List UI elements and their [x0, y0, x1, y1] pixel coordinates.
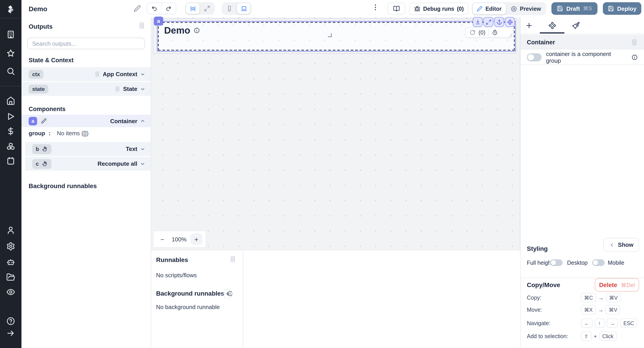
zoom-out-button[interactable]: − — [157, 234, 168, 245]
app-canvas[interactable]: a (0) Demo − 100% + — [151, 18, 520, 250]
schedules-calendar-icon[interactable] — [6, 156, 15, 165]
windmill-logo-icon[interactable] — [6, 5, 16, 14]
move-button[interactable] — [505, 17, 515, 27]
tab-insert-plus-icon[interactable] — [525, 22, 533, 30]
output-row-state[interactable]: state State — [22, 82, 151, 96]
windmill-app-editor: Demo ⋮ — [0, 0, 644, 348]
chevron-up-icon[interactable] — [140, 118, 145, 124]
ctx-badge: ctx — [28, 70, 44, 79]
zoom-in-button[interactable]: + — [190, 233, 202, 245]
tab-styling-brush-icon[interactable] — [572, 22, 580, 30]
kbd-cmd-v: ⌘V — [606, 293, 621, 302]
home-icon[interactable] — [6, 96, 15, 105]
account-user-icon[interactable] — [6, 226, 15, 235]
expand-button[interactable] — [484, 17, 493, 27]
kbd-arrow-right: → — [607, 318, 618, 328]
delete-button[interactable]: Delete ⌘Del — [595, 278, 639, 292]
chevron-down-icon[interactable] — [140, 86, 145, 92]
collapse-arrow-icon[interactable] — [6, 329, 15, 338]
help-icon[interactable] — [6, 317, 15, 326]
resources-boxes-icon[interactable] — [6, 142, 15, 151]
no-scripts-text: No scripts/flows — [156, 272, 197, 279]
favorites-star-icon[interactable] — [6, 49, 15, 58]
state-context-heading: State & Context — [28, 57, 74, 64]
anchor-button[interactable] — [494, 17, 504, 27]
copy-move-heading: Copy/Move — [527, 281, 560, 288]
desktop-toggle[interactable] — [592, 259, 605, 266]
fullscreen-layout-button[interactable] — [200, 3, 214, 14]
cell-resize-handle[interactable] — [328, 33, 332, 37]
undo-button[interactable] — [147, 3, 162, 14]
info-icon[interactable] — [632, 54, 638, 60]
component-row-text[interactable]: b Text — [25, 142, 151, 156]
debug-runs-label: Debug runs — [423, 6, 454, 12]
container-component[interactable]: Demo — [158, 22, 515, 51]
shortcut-row-navigate: Navigate: ← ↑ → ESC — [520, 318, 644, 328]
tab-editor[interactable]: Editor — [473, 3, 506, 14]
preview-eye-icon — [511, 6, 517, 12]
group-toggle-switch[interactable] — [527, 53, 542, 61]
component-type-label: Container — [527, 39, 555, 46]
doc-icon — [94, 71, 100, 77]
component-type-bar: Container — [520, 35, 644, 50]
chevron-down-icon[interactable] — [140, 146, 145, 152]
runnables-doc-icon[interactable] — [230, 256, 236, 262]
deploy-button[interactable]: Deploy — [603, 2, 641, 15]
rename-pencil-icon[interactable] — [134, 5, 141, 12]
audit-eye-icon[interactable] — [6, 287, 15, 296]
tab-preview[interactable]: Preview — [507, 3, 545, 14]
no-background-text: No background runnable — [156, 304, 220, 310]
workers-robot-icon[interactable] — [6, 258, 15, 266]
outputs-doc-icon[interactable] — [138, 22, 145, 29]
rail-divider — [0, 18, 22, 18]
redo-button[interactable] — [162, 3, 176, 14]
history-clock-icon[interactable] — [492, 30, 498, 35]
kbd-cmd-x: ⌘X — [581, 305, 596, 314]
debug-runs-count: (0) — [457, 6, 464, 12]
styling-show-button[interactable]: Show — [603, 238, 639, 252]
output-row-ctx[interactable]: ctx App Context — [22, 67, 151, 81]
billing-dollar-icon[interactable] — [6, 127, 15, 136]
styling-heading: Styling — [527, 245, 548, 252]
chevron-down-icon[interactable] — [140, 71, 145, 77]
docs-book-button[interactable] — [387, 3, 405, 15]
search-icon[interactable] — [6, 67, 15, 76]
folders-icon[interactable] — [6, 273, 15, 282]
group-property-row: group : No items ([]) — [28, 130, 88, 137]
shortcut-row-move: Move: ⌘X → ⌘V — [520, 305, 644, 315]
chevron-down-icon[interactable] — [140, 161, 145, 166]
centered-layout-button[interactable] — [186, 3, 200, 14]
add-background-runnable-button[interactable] — [223, 289, 232, 299]
runs-play-icon[interactable] — [6, 112, 15, 121]
mobile-view-button[interactable] — [223, 3, 236, 14]
more-menu-button[interactable]: ⋮ — [372, 3, 379, 11]
delete-shortcut: ⌘Del — [621, 281, 635, 288]
edit-id-pencil-icon[interactable] — [39, 116, 48, 125]
component-doc-icon[interactable] — [631, 39, 638, 46]
resize-corner[interactable] — [509, 34, 512, 36]
group-key: group — [28, 130, 45, 137]
info-icon[interactable] — [194, 27, 200, 34]
runs-count: (0) — [478, 29, 486, 36]
component-c-badge: c — [36, 160, 39, 167]
debug-runs-button[interactable]: Debug runs (0) — [409, 3, 469, 15]
outputs-panel: Outputs State & Context ctx App Context … — [22, 18, 151, 348]
draft-shortcut: ⌘S — [583, 5, 592, 12]
save-draft-button[interactable]: Draft ⌘S — [552, 2, 598, 15]
kbd-arrow-up: ↑ — [594, 318, 604, 328]
component-row-recompute[interactable]: c Recompute all — [25, 157, 151, 171]
component-row-container[interactable]: a Container — [22, 115, 151, 127]
refresh-icon[interactable] — [470, 30, 476, 35]
tab-component-settings-icon[interactable] — [548, 22, 556, 30]
fill-height-button[interactable] — [473, 17, 482, 27]
add-selection-label: Add to selection: — [527, 333, 568, 339]
selected-component-tag[interactable]: a — [154, 17, 163, 26]
container-label: Container — [110, 118, 137, 124]
workspace-building-icon[interactable] — [6, 30, 15, 39]
group-toggle-label: container is a component group — [546, 50, 627, 64]
settings-gear-icon[interactable] — [6, 242, 15, 251]
divider — [488, 30, 489, 35]
search-outputs-input[interactable] — [27, 38, 145, 49]
desktop-view-button[interactable] — [237, 3, 250, 14]
full-height-toggle[interactable] — [550, 259, 562, 266]
